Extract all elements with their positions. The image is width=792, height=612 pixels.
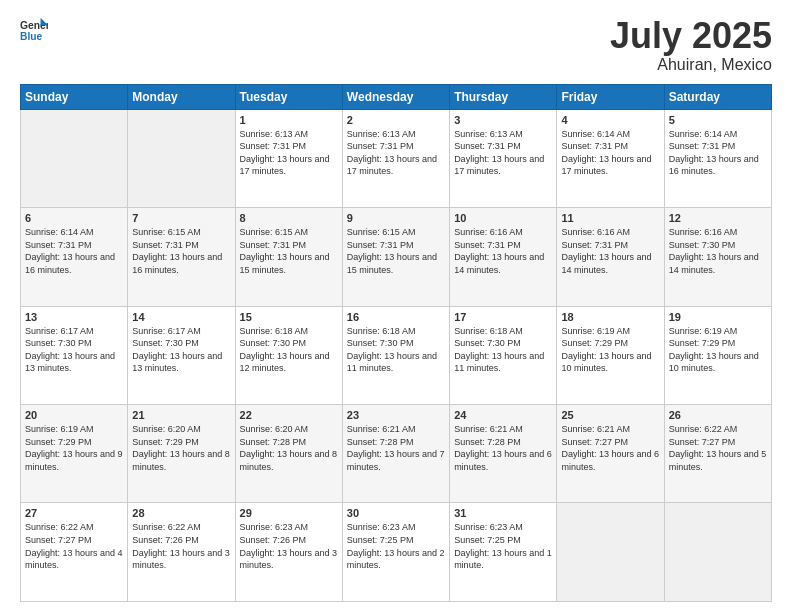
day-number: 30 [347, 507, 445, 519]
day-number: 24 [454, 409, 552, 421]
day-info: Sunrise: 6:19 AM Sunset: 7:29 PM Dayligh… [669, 325, 767, 375]
day-info: Sunrise: 6:20 AM Sunset: 7:28 PM Dayligh… [240, 423, 338, 473]
day-info: Sunrise: 6:22 AM Sunset: 7:27 PM Dayligh… [25, 521, 123, 571]
table-row: 18Sunrise: 6:19 AM Sunset: 7:29 PM Dayli… [557, 306, 664, 404]
table-row [664, 503, 771, 602]
day-info: Sunrise: 6:13 AM Sunset: 7:31 PM Dayligh… [454, 128, 552, 178]
header-monday: Monday [128, 84, 235, 109]
table-row: 23Sunrise: 6:21 AM Sunset: 7:28 PM Dayli… [342, 405, 449, 503]
day-number: 2 [347, 114, 445, 126]
table-row: 22Sunrise: 6:20 AM Sunset: 7:28 PM Dayli… [235, 405, 342, 503]
day-number: 16 [347, 311, 445, 323]
table-row: 4Sunrise: 6:14 AM Sunset: 7:31 PM Daylig… [557, 109, 664, 207]
calendar-week-row: 27Sunrise: 6:22 AM Sunset: 7:27 PM Dayli… [21, 503, 772, 602]
day-number: 13 [25, 311, 123, 323]
table-row: 15Sunrise: 6:18 AM Sunset: 7:30 PM Dayli… [235, 306, 342, 404]
table-row: 29Sunrise: 6:23 AM Sunset: 7:26 PM Dayli… [235, 503, 342, 602]
svg-text:Blue: Blue [20, 31, 43, 42]
table-row [557, 503, 664, 602]
day-info: Sunrise: 6:21 AM Sunset: 7:28 PM Dayligh… [347, 423, 445, 473]
table-row: 7Sunrise: 6:15 AM Sunset: 7:31 PM Daylig… [128, 208, 235, 306]
table-row: 13Sunrise: 6:17 AM Sunset: 7:30 PM Dayli… [21, 306, 128, 404]
table-row: 12Sunrise: 6:16 AM Sunset: 7:30 PM Dayli… [664, 208, 771, 306]
table-row: 25Sunrise: 6:21 AM Sunset: 7:27 PM Dayli… [557, 405, 664, 503]
day-info: Sunrise: 6:20 AM Sunset: 7:29 PM Dayligh… [132, 423, 230, 473]
table-row: 6Sunrise: 6:14 AM Sunset: 7:31 PM Daylig… [21, 208, 128, 306]
day-number: 5 [669, 114, 767, 126]
logo: General Blue [20, 16, 48, 44]
table-row: 19Sunrise: 6:19 AM Sunset: 7:29 PM Dayli… [664, 306, 771, 404]
table-row: 30Sunrise: 6:23 AM Sunset: 7:25 PM Dayli… [342, 503, 449, 602]
day-info: Sunrise: 6:13 AM Sunset: 7:31 PM Dayligh… [240, 128, 338, 178]
table-row: 26Sunrise: 6:22 AM Sunset: 7:27 PM Dayli… [664, 405, 771, 503]
table-row: 5Sunrise: 6:14 AM Sunset: 7:31 PM Daylig… [664, 109, 771, 207]
day-info: Sunrise: 6:16 AM Sunset: 7:31 PM Dayligh… [561, 226, 659, 276]
day-info: Sunrise: 6:17 AM Sunset: 7:30 PM Dayligh… [25, 325, 123, 375]
header-wednesday: Wednesday [342, 84, 449, 109]
day-number: 28 [132, 507, 230, 519]
header-thursday: Thursday [450, 84, 557, 109]
day-number: 27 [25, 507, 123, 519]
day-info: Sunrise: 6:15 AM Sunset: 7:31 PM Dayligh… [240, 226, 338, 276]
table-row: 14Sunrise: 6:17 AM Sunset: 7:30 PM Dayli… [128, 306, 235, 404]
day-info: Sunrise: 6:15 AM Sunset: 7:31 PM Dayligh… [132, 226, 230, 276]
calendar-week-row: 6Sunrise: 6:14 AM Sunset: 7:31 PM Daylig… [21, 208, 772, 306]
day-info: Sunrise: 6:15 AM Sunset: 7:31 PM Dayligh… [347, 226, 445, 276]
day-number: 18 [561, 311, 659, 323]
day-number: 6 [25, 212, 123, 224]
day-info: Sunrise: 6:18 AM Sunset: 7:30 PM Dayligh… [347, 325, 445, 375]
table-row: 3Sunrise: 6:13 AM Sunset: 7:31 PM Daylig… [450, 109, 557, 207]
logo-icon: General Blue [20, 16, 48, 44]
day-number: 26 [669, 409, 767, 421]
day-info: Sunrise: 6:14 AM Sunset: 7:31 PM Dayligh… [669, 128, 767, 178]
day-number: 8 [240, 212, 338, 224]
calendar-week-row: 1Sunrise: 6:13 AM Sunset: 7:31 PM Daylig… [21, 109, 772, 207]
day-number: 1 [240, 114, 338, 126]
day-info: Sunrise: 6:13 AM Sunset: 7:31 PM Dayligh… [347, 128, 445, 178]
table-row: 16Sunrise: 6:18 AM Sunset: 7:30 PM Dayli… [342, 306, 449, 404]
header-friday: Friday [557, 84, 664, 109]
day-number: 20 [25, 409, 123, 421]
title-block: July 2025 Ahuiran, Mexico [610, 16, 772, 74]
header-tuesday: Tuesday [235, 84, 342, 109]
day-info: Sunrise: 6:16 AM Sunset: 7:31 PM Dayligh… [454, 226, 552, 276]
table-row: 24Sunrise: 6:21 AM Sunset: 7:28 PM Dayli… [450, 405, 557, 503]
table-row: 21Sunrise: 6:20 AM Sunset: 7:29 PM Dayli… [128, 405, 235, 503]
header-saturday: Saturday [664, 84, 771, 109]
day-number: 19 [669, 311, 767, 323]
table-row [128, 109, 235, 207]
table-row: 8Sunrise: 6:15 AM Sunset: 7:31 PM Daylig… [235, 208, 342, 306]
day-number: 12 [669, 212, 767, 224]
day-info: Sunrise: 6:14 AM Sunset: 7:31 PM Dayligh… [25, 226, 123, 276]
page: General Blue July 2025 Ahuiran, Mexico S… [0, 0, 792, 612]
day-info: Sunrise: 6:21 AM Sunset: 7:27 PM Dayligh… [561, 423, 659, 473]
location-title: Ahuiran, Mexico [610, 56, 772, 74]
table-row: 11Sunrise: 6:16 AM Sunset: 7:31 PM Dayli… [557, 208, 664, 306]
day-number: 25 [561, 409, 659, 421]
calendar-week-row: 13Sunrise: 6:17 AM Sunset: 7:30 PM Dayli… [21, 306, 772, 404]
day-number: 21 [132, 409, 230, 421]
day-number: 22 [240, 409, 338, 421]
month-title: July 2025 [610, 16, 772, 56]
table-row: 10Sunrise: 6:16 AM Sunset: 7:31 PM Dayli… [450, 208, 557, 306]
day-info: Sunrise: 6:19 AM Sunset: 7:29 PM Dayligh… [561, 325, 659, 375]
day-info: Sunrise: 6:23 AM Sunset: 7:25 PM Dayligh… [454, 521, 552, 571]
day-info: Sunrise: 6:18 AM Sunset: 7:30 PM Dayligh… [240, 325, 338, 375]
table-row [21, 109, 128, 207]
weekday-header-row: Sunday Monday Tuesday Wednesday Thursday… [21, 84, 772, 109]
table-row: 28Sunrise: 6:22 AM Sunset: 7:26 PM Dayli… [128, 503, 235, 602]
header-sunday: Sunday [21, 84, 128, 109]
day-number: 9 [347, 212, 445, 224]
day-info: Sunrise: 6:16 AM Sunset: 7:30 PM Dayligh… [669, 226, 767, 276]
day-number: 4 [561, 114, 659, 126]
day-info: Sunrise: 6:21 AM Sunset: 7:28 PM Dayligh… [454, 423, 552, 473]
day-info: Sunrise: 6:22 AM Sunset: 7:27 PM Dayligh… [669, 423, 767, 473]
day-number: 3 [454, 114, 552, 126]
day-info: Sunrise: 6:23 AM Sunset: 7:26 PM Dayligh… [240, 521, 338, 571]
day-number: 15 [240, 311, 338, 323]
day-info: Sunrise: 6:17 AM Sunset: 7:30 PM Dayligh… [132, 325, 230, 375]
calendar-table: Sunday Monday Tuesday Wednesday Thursday… [20, 84, 772, 602]
table-row: 1Sunrise: 6:13 AM Sunset: 7:31 PM Daylig… [235, 109, 342, 207]
table-row: 27Sunrise: 6:22 AM Sunset: 7:27 PM Dayli… [21, 503, 128, 602]
day-number: 17 [454, 311, 552, 323]
